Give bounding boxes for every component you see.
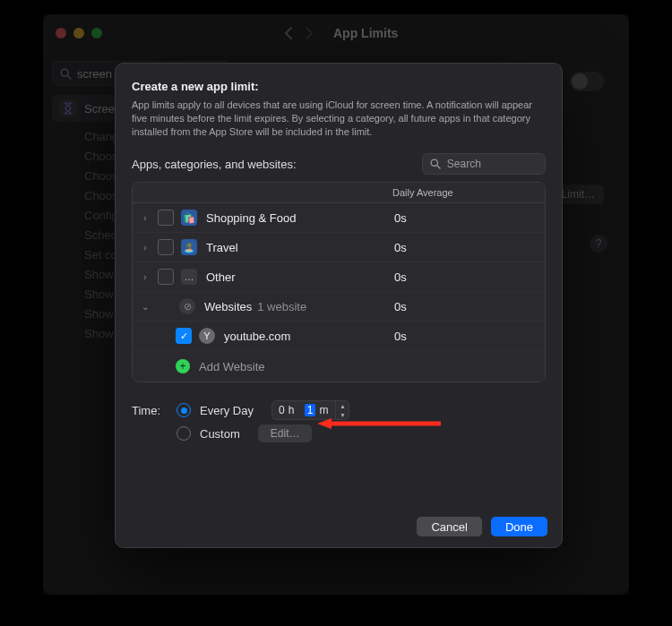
radio-custom[interactable] xyxy=(177,426,191,441)
row-avg: 0s xyxy=(394,211,545,225)
site-favicon: Y xyxy=(199,328,215,344)
modal-description: App limits apply to all devices that are… xyxy=(132,99,546,139)
time-label: Time: xyxy=(132,404,168,417)
row-checkbox[interactable]: ✓ xyxy=(176,328,192,344)
row-avg: 0s xyxy=(394,300,545,313)
time-stepper[interactable]: 0 h 1 m ▲ ▼ xyxy=(271,400,349,420)
row-checkbox[interactable] xyxy=(158,210,174,226)
table-header: Daily Average xyxy=(133,183,545,203)
done-button[interactable]: Done xyxy=(491,517,547,536)
table-row[interactable]: › 🏝️ Travel 0s xyxy=(133,232,545,262)
chevron-right-icon[interactable]: › xyxy=(133,272,158,282)
every-day-label: Every Day xyxy=(200,404,254,417)
row-avg: 0s xyxy=(394,330,545,343)
row-avg: 0s xyxy=(394,241,545,254)
stepper-up-icon[interactable]: ▲ xyxy=(336,401,349,410)
table-row[interactable]: › 🛍️ Shopping & Food 0s xyxy=(133,203,545,232)
modal-title: Create a new app limit: xyxy=(132,80,546,93)
custom-label: Custom xyxy=(200,427,240,441)
row-label: Travel xyxy=(206,241,238,254)
chevron-down-icon[interactable]: ⌄ xyxy=(133,302,158,312)
row-checkbox[interactable] xyxy=(158,269,174,285)
minutes-unit: m xyxy=(319,404,328,416)
table-row[interactable]: ⌄ ⊘ Websites 1 website 0s xyxy=(133,291,545,321)
plus-icon: + xyxy=(176,359,190,373)
modal-footer: Cancel Done xyxy=(417,517,547,536)
row-label: Websites xyxy=(204,300,252,313)
row-label: youtube.com xyxy=(224,330,290,343)
table-row[interactable]: › … Other 0s xyxy=(133,262,545,291)
minutes-value[interactable]: 1 xyxy=(305,404,316,416)
stepper-buttons: ▲ ▼ xyxy=(335,401,349,419)
acw-label: Apps, categories, and websites: xyxy=(132,158,297,171)
row-label: Shopping & Food xyxy=(206,211,296,225)
modal-search-placeholder: Search xyxy=(447,158,481,170)
cancel-button[interactable]: Cancel xyxy=(417,517,481,536)
shopping-icon: 🛍️ xyxy=(181,210,197,226)
stepper-down-icon[interactable]: ▼ xyxy=(336,410,349,419)
svg-line-3 xyxy=(436,165,439,167)
row-avg: 0s xyxy=(394,270,545,284)
time-section: Time: Every Day 0 h 1 m ▲ ▼ xyxy=(132,399,546,445)
hours-value: 0 xyxy=(279,404,285,416)
add-website-label: Add Website xyxy=(199,360,264,373)
category-table: Daily Average › 🛍️ Shopping & Food 0s › … xyxy=(132,182,546,382)
edit-button[interactable]: Edit… xyxy=(258,424,313,442)
radio-every-day[interactable] xyxy=(177,403,191,417)
row-sublabel: 1 website xyxy=(257,300,306,313)
new-app-limit-modal: Create a new app limit: App limits apply… xyxy=(115,63,563,548)
chevron-right-icon[interactable]: › xyxy=(133,243,158,253)
other-icon: … xyxy=(181,269,197,285)
row-label: Other xyxy=(206,270,236,284)
row-checkbox[interactable] xyxy=(158,239,174,255)
table-row[interactable]: ✓ Y youtube.com 0s xyxy=(133,321,545,350)
travel-icon: 🏝️ xyxy=(181,239,197,255)
search-icon xyxy=(430,159,442,170)
chevron-right-icon[interactable]: › xyxy=(133,213,158,223)
col-daily-average: Daily Average xyxy=(392,183,545,202)
websites-icon: ⊘ xyxy=(179,298,195,314)
add-website-row[interactable]: + Add Website xyxy=(133,350,545,382)
modal-search-input[interactable]: Search xyxy=(422,153,546,175)
hours-unit: h xyxy=(289,404,295,416)
